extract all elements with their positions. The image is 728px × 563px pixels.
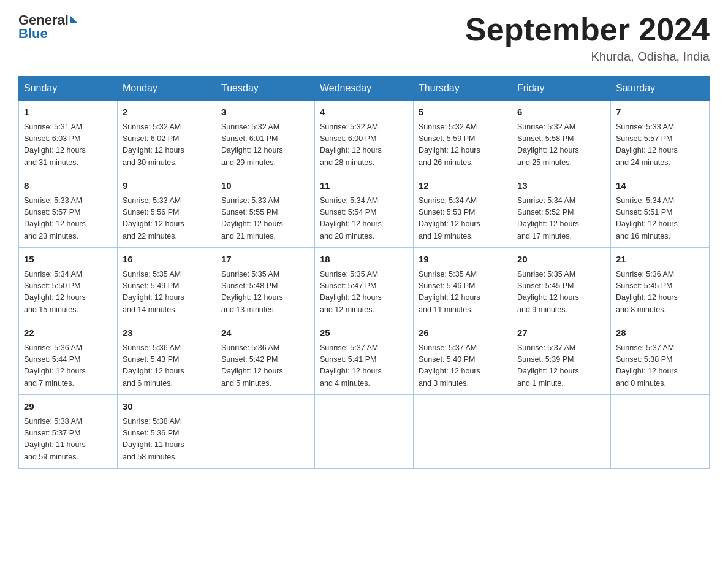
day-info: Sunrise: 5:32 AMSunset: 6:01 PMDaylight:… <box>221 121 309 169</box>
calendar-header-row: SundayMondayTuesdayWednesdayThursdayFrid… <box>19 77 710 101</box>
day-number: 26 <box>419 326 507 340</box>
day-info: Sunrise: 5:36 AMSunset: 5:42 PMDaylight:… <box>221 342 309 390</box>
day-number: 11 <box>320 179 408 193</box>
day-info: Sunrise: 5:34 AMSunset: 5:52 PMDaylight:… <box>517 195 605 243</box>
calendar-cell <box>315 395 414 469</box>
calendar-cell: 17Sunrise: 5:35 AMSunset: 5:48 PMDayligh… <box>216 248 315 321</box>
header-saturday: Saturday <box>611 77 710 101</box>
day-info: Sunrise: 5:35 AMSunset: 5:49 PMDaylight:… <box>123 269 211 316</box>
calendar-week-1: 1Sunrise: 5:31 AMSunset: 6:03 PMDaylight… <box>19 101 710 174</box>
day-number: 17 <box>221 253 309 267</box>
calendar-cell: 6Sunrise: 5:32 AMSunset: 5:58 PMDaylight… <box>512 101 611 174</box>
calendar-cell <box>414 395 512 469</box>
calendar-week-2: 8Sunrise: 5:33 AMSunset: 5:57 PMDaylight… <box>19 174 710 248</box>
day-number: 12 <box>419 179 507 193</box>
day-number: 25 <box>320 326 408 340</box>
calendar-cell: 25Sunrise: 5:37 AMSunset: 5:41 PMDayligh… <box>315 321 414 395</box>
day-number: 8 <box>24 179 112 193</box>
calendar-cell <box>216 395 315 469</box>
calendar-cell: 24Sunrise: 5:36 AMSunset: 5:42 PMDayligh… <box>216 321 315 395</box>
day-number: 9 <box>123 179 211 193</box>
day-number: 20 <box>517 253 605 267</box>
calendar-cell: 4Sunrise: 5:32 AMSunset: 6:00 PMDaylight… <box>315 101 414 174</box>
day-info: Sunrise: 5:37 AMSunset: 5:39 PMDaylight:… <box>517 342 605 390</box>
header-wednesday: Wednesday <box>315 77 414 101</box>
calendar-cell: 23Sunrise: 5:36 AMSunset: 5:43 PMDayligh… <box>118 321 216 395</box>
day-info: Sunrise: 5:32 AMSunset: 5:58 PMDaylight:… <box>517 121 605 169</box>
day-number: 10 <box>221 179 309 193</box>
day-number: 30 <box>123 400 211 414</box>
day-info: Sunrise: 5:36 AMSunset: 5:44 PMDaylight:… <box>24 342 112 390</box>
day-number: 5 <box>419 105 507 120</box>
day-number: 14 <box>616 179 704 193</box>
day-info: Sunrise: 5:35 AMSunset: 5:47 PMDaylight:… <box>320 269 408 316</box>
day-info: Sunrise: 5:35 AMSunset: 5:45 PMDaylight:… <box>517 269 605 316</box>
calendar-cell: 26Sunrise: 5:37 AMSunset: 5:40 PMDayligh… <box>414 321 512 395</box>
logo-blue-text: Blue <box>18 26 48 42</box>
calendar-cell: 21Sunrise: 5:36 AMSunset: 5:45 PMDayligh… <box>611 248 710 321</box>
calendar-cell: 18Sunrise: 5:35 AMSunset: 5:47 PMDayligh… <box>315 248 414 321</box>
day-number: 29 <box>24 400 112 414</box>
calendar-cell: 3Sunrise: 5:32 AMSunset: 6:01 PMDaylight… <box>216 101 315 174</box>
day-info: Sunrise: 5:32 AMSunset: 5:59 PMDaylight:… <box>419 121 507 169</box>
day-number: 24 <box>221 326 309 340</box>
day-info: Sunrise: 5:34 AMSunset: 5:50 PMDaylight:… <box>24 269 112 316</box>
calendar-cell: 16Sunrise: 5:35 AMSunset: 5:49 PMDayligh… <box>118 248 216 321</box>
day-number: 13 <box>517 179 605 193</box>
calendar-cell: 29Sunrise: 5:38 AMSunset: 5:37 PMDayligh… <box>19 395 118 469</box>
day-number: 7 <box>616 105 704 120</box>
month-title: September 2024 <box>465 12 710 47</box>
calendar-cell: 22Sunrise: 5:36 AMSunset: 5:44 PMDayligh… <box>19 321 118 395</box>
day-info: Sunrise: 5:37 AMSunset: 5:41 PMDaylight:… <box>320 342 408 390</box>
day-info: Sunrise: 5:38 AMSunset: 5:36 PMDaylight:… <box>123 416 211 464</box>
calendar-cell <box>512 395 611 469</box>
day-info: Sunrise: 5:36 AMSunset: 5:43 PMDaylight:… <box>123 342 211 390</box>
day-info: Sunrise: 5:31 AMSunset: 6:03 PMDaylight:… <box>24 121 112 169</box>
logo: General Blue <box>18 12 77 42</box>
day-info: Sunrise: 5:33 AMSunset: 5:57 PMDaylight:… <box>616 121 704 169</box>
day-number: 19 <box>419 253 507 267</box>
calendar-week-3: 15Sunrise: 5:34 AMSunset: 5:50 PMDayligh… <box>19 248 710 321</box>
day-info: Sunrise: 5:37 AMSunset: 5:40 PMDaylight:… <box>419 342 507 390</box>
calendar-cell: 2Sunrise: 5:32 AMSunset: 6:02 PMDaylight… <box>118 101 216 174</box>
calendar-cell: 15Sunrise: 5:34 AMSunset: 5:50 PMDayligh… <box>19 248 118 321</box>
header-friday: Friday <box>512 77 611 101</box>
calendar-cell: 8Sunrise: 5:33 AMSunset: 5:57 PMDaylight… <box>19 174 118 248</box>
day-number: 4 <box>320 105 408 120</box>
day-number: 3 <box>221 105 309 120</box>
day-number: 27 <box>517 326 605 340</box>
day-info: Sunrise: 5:34 AMSunset: 5:51 PMDaylight:… <box>616 195 704 243</box>
header-tuesday: Tuesday <box>216 77 315 101</box>
calendar-cell: 5Sunrise: 5:32 AMSunset: 5:59 PMDaylight… <box>414 101 512 174</box>
header-thursday: Thursday <box>414 77 512 101</box>
day-number: 1 <box>24 105 112 120</box>
calendar-cell: 28Sunrise: 5:37 AMSunset: 5:38 PMDayligh… <box>611 321 710 395</box>
day-info: Sunrise: 5:34 AMSunset: 5:54 PMDaylight:… <box>320 195 408 243</box>
calendar-cell: 12Sunrise: 5:34 AMSunset: 5:53 PMDayligh… <box>414 174 512 248</box>
day-info: Sunrise: 5:33 AMSunset: 5:57 PMDaylight:… <box>24 195 112 243</box>
calendar-cell: 9Sunrise: 5:33 AMSunset: 5:56 PMDaylight… <box>118 174 216 248</box>
day-info: Sunrise: 5:35 AMSunset: 5:48 PMDaylight:… <box>221 269 309 316</box>
day-number: 28 <box>616 326 704 340</box>
calendar-cell: 10Sunrise: 5:33 AMSunset: 5:55 PMDayligh… <box>216 174 315 248</box>
day-info: Sunrise: 5:36 AMSunset: 5:45 PMDaylight:… <box>616 269 704 316</box>
day-info: Sunrise: 5:32 AMSunset: 6:02 PMDaylight:… <box>123 121 211 169</box>
header-monday: Monday <box>118 77 216 101</box>
calendar-cell <box>611 395 710 469</box>
location-text: Khurda, Odisha, India <box>465 50 710 64</box>
logo-arrow-icon <box>70 15 77 23</box>
day-number: 22 <box>24 326 112 340</box>
day-info: Sunrise: 5:35 AMSunset: 5:46 PMDaylight:… <box>419 269 507 316</box>
title-section: September 2024 Khurda, Odisha, India <box>465 12 710 64</box>
day-number: 6 <box>517 105 605 120</box>
day-info: Sunrise: 5:38 AMSunset: 5:37 PMDaylight:… <box>24 416 112 464</box>
calendar-table: SundayMondayTuesdayWednesdayThursdayFrid… <box>18 76 710 469</box>
day-info: Sunrise: 5:37 AMSunset: 5:38 PMDaylight:… <box>616 342 704 390</box>
calendar-cell: 7Sunrise: 5:33 AMSunset: 5:57 PMDaylight… <box>611 101 710 174</box>
day-info: Sunrise: 5:34 AMSunset: 5:53 PMDaylight:… <box>419 195 507 243</box>
calendar-cell: 11Sunrise: 5:34 AMSunset: 5:54 PMDayligh… <box>315 174 414 248</box>
day-info: Sunrise: 5:33 AMSunset: 5:56 PMDaylight:… <box>123 195 211 243</box>
calendar-cell: 20Sunrise: 5:35 AMSunset: 5:45 PMDayligh… <box>512 248 611 321</box>
day-number: 2 <box>123 105 211 120</box>
day-number: 15 <box>24 253 112 267</box>
